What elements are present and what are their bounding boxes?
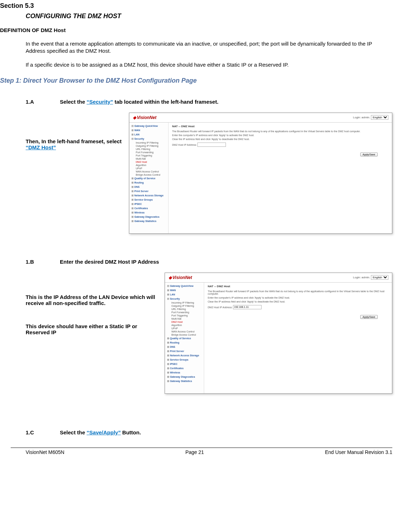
dmz-host-link[interactable]: “DMZ Host” [26, 144, 56, 150]
sidebar-sub-multi-nat[interactable]: Multi-Nat [130, 157, 167, 160]
sidebar-item-certificates[interactable]: Certificates [130, 206, 167, 211]
footer-center: Page 21 [185, 449, 204, 455]
sidebar-sub-upnp[interactable]: UPnP [130, 167, 167, 170]
sidebar-sub-algorithm[interactable]: Algorithm [130, 164, 167, 167]
sidebar-item-security[interactable]: Security [130, 137, 167, 141]
mock-field-label-b: DMZ Host IP Address: [208, 306, 232, 308]
definition-heading: DEFINITION OF DMZ Host [0, 27, 392, 40]
mock-logo: VisionNet [133, 115, 156, 120]
sidebar-item-nas[interactable]: Network Access Storage [130, 193, 167, 198]
step-1-heading: Step 1: Direct Your Browser to the DMZ H… [0, 75, 392, 99]
sidebar-sub-port-triggering[interactable]: Port Triggering [130, 154, 167, 157]
apply-save-button-b[interactable]: Apply/Save [360, 315, 378, 319]
mock-login-label: Login: admin. [353, 116, 370, 119]
apply-save-button[interactable]: Apply/Save [360, 153, 378, 156]
mock-language-select[interactable]: English [371, 115, 388, 120]
mock-main-panel: NAT -- DMZ Host The Broadband Router wil… [169, 123, 392, 233]
sidebar-item-service-groups[interactable]: Service Groups [166, 358, 203, 362]
sidebar-sub-incoming-ip[interactable]: Incoming IP Filtering [130, 141, 167, 144]
definition-para-1: In the event that a remote application a… [0, 40, 392, 61]
mock-instr2: Clear the IP address field and click 'Ap… [172, 138, 388, 140]
sidebar-sub-multi-nat[interactable]: Multi-Nat [166, 317, 203, 320]
mock-field-label: DMZ Host IP Address: [172, 143, 197, 146]
step-1b-side-p2: This device should have either a Static … [26, 323, 157, 335]
sidebar-item-quickview[interactable]: Gateway QuickView [130, 124, 167, 128]
screenshot-1a: VisionNet Login: admin. English Gateway … [129, 113, 392, 234]
sidebar-item-certificates[interactable]: Certificates [166, 366, 203, 371]
footer-right: End User Manual Revision 3.1 [325, 449, 392, 455]
sidebar-item-ipsec[interactable]: IPSEC [130, 202, 167, 206]
sidebar-sub-port-forwarding[interactable]: Port Forwarding [130, 151, 167, 154]
sidebar-item-routing[interactable]: Routing [130, 181, 167, 185]
footer-left: VisionNet M605N [26, 449, 64, 455]
step-1a-label: 1.A [26, 99, 60, 105]
sidebar-item-statistics[interactable]: Gateway Statistics [166, 379, 203, 383]
sidebar-sub-url-filtering[interactable]: URL Filtering [130, 148, 167, 151]
mock-login-area: Login: admin. English [353, 115, 388, 120]
sidebar-item-lan[interactable]: LAN [166, 293, 203, 297]
step-1c-text-after: Button. [121, 429, 141, 435]
sidebar-sub-algorithm[interactable]: Algorithm [166, 324, 203, 327]
step-1b-side-text: This is the IP Address of the LAN Device… [26, 273, 165, 352]
sidebar-sub-wan-access[interactable]: WAN Access Control [130, 170, 167, 173]
sidebar-item-dns[interactable]: DNS [130, 185, 167, 189]
mock-language-select-b[interactable]: English [371, 275, 388, 280]
sidebar-item-lan[interactable]: LAN [130, 133, 167, 137]
dmz-ip-input[interactable] [197, 143, 226, 147]
mock-logo-b: VisionNet [169, 275, 192, 280]
screenshot-1b: VisionNet Login: admin. English Gateway … [165, 273, 392, 394]
sidebar-item-dns[interactable]: DNS [166, 345, 203, 349]
sidebar-sub-port-triggering[interactable]: Port Triggering [166, 314, 203, 317]
sidebar-sub-wan-access[interactable]: WAN Access Control [166, 330, 203, 333]
mock-desc: The Broadband Router will forward IP pac… [172, 130, 388, 133]
sidebar-sub-outgoing-ip[interactable]: Outgoing IP Filtering [130, 144, 167, 148]
step-1a-text-after: tab located within the left-hand framese… [113, 99, 218, 105]
step-1c-label: 1.C [26, 429, 60, 435]
step-1a-side-text: Then, In the left-hand frameset, select … [26, 113, 129, 150]
dmz-ip-input-filled[interactable] [233, 305, 262, 309]
mock-main-panel-b: NAT -- DMZ Host The Broadband Router wil… [204, 283, 392, 393]
step-1a-side-before: Then, In the left-hand frameset, select [26, 138, 122, 144]
sidebar-item-routing[interactable]: Routing [166, 341, 203, 345]
step-1a-text-before: Select the [60, 99, 87, 105]
sidebar-item-ipsec[interactable]: IPSEC [166, 362, 203, 366]
sidebar-item-service-groups[interactable]: Service Groups [130, 198, 167, 202]
sidebar-sub-bridge-access[interactable]: Bridge Access Control [130, 173, 167, 176]
sidebar-sub-upnp[interactable]: UPnP [166, 327, 203, 330]
sidebar-item-quickview[interactable]: Gateway QuickView [166, 284, 203, 288]
sidebar-sub-dmz-host[interactable]: DMZ Host [166, 320, 203, 324]
section-title: CONFIGURING THE DMZ HOST [0, 12, 392, 27]
step-1b-label: 1.B [26, 259, 60, 265]
sidebar-sub-port-forwarding[interactable]: Port Forwarding [166, 311, 203, 314]
sidebar-sub-dmz-host[interactable]: DMZ Host [130, 160, 167, 164]
sidebar-item-statistics[interactable]: Gateway Statistics [130, 219, 167, 223]
sidebar-sub-outgoing-ip[interactable]: Outgoing IP Filtering [166, 304, 203, 308]
save-apply-link[interactable]: “Save/Apply” [87, 429, 121, 435]
sidebar-item-qos[interactable]: Quality of Service [130, 176, 167, 181]
sidebar-sub-incoming-ip[interactable]: Incoming IP Filtering [166, 301, 203, 304]
definition-para-2: If a specific device is to be assigned a… [0, 61, 392, 75]
sidebar-item-qos[interactable]: Quality of Service [166, 336, 203, 341]
mock-page-title: NAT -- DMZ Host [172, 125, 388, 128]
sidebar-sub-bridge-access[interactable]: Bridge Access Control [166, 333, 203, 336]
mock-desc-b: The Broadband Router will forward IP pac… [208, 290, 388, 295]
sidebar-item-security[interactable]: Security [166, 297, 203, 301]
step-1b-side-p1: This is the IP Address of the LAN Device… [26, 294, 157, 306]
sidebar-item-wan[interactable]: WAN [130, 128, 167, 133]
step-1a-text: Select the “Security” tab located within… [60, 99, 218, 105]
sidebar-item-diagnostics[interactable]: Gateway Diagnostics [130, 215, 167, 219]
security-link[interactable]: “Security” [87, 99, 113, 105]
sidebar-item-print-server[interactable]: Print Server [166, 349, 203, 353]
sidebar-item-wireless[interactable]: Wireless [130, 211, 167, 215]
page-footer: VisionNet M605N Page 21 End User Manual … [0, 448, 403, 455]
section-number: Section 5.3 [0, 0, 392, 12]
sidebar-sub-url-filtering[interactable]: URL Filtering [166, 308, 203, 311]
mock-instr1: Enter the computer's IP address and clic… [172, 134, 388, 136]
sidebar-item-nas[interactable]: Network Access Storage [166, 353, 203, 358]
sidebar-item-diagnostics[interactable]: Gateway Diagnostics [166, 375, 203, 379]
mock-sidebar: Gateway QuickView WAN LAN Security Incom… [129, 123, 169, 233]
sidebar-item-wan[interactable]: WAN [166, 288, 203, 293]
sidebar-item-print-server[interactable]: Print Server [130, 189, 167, 193]
sidebar-item-wireless[interactable]: Wireless [166, 371, 203, 375]
step-1b-text: Enter the desired DMZ Host IP Address [60, 259, 159, 265]
